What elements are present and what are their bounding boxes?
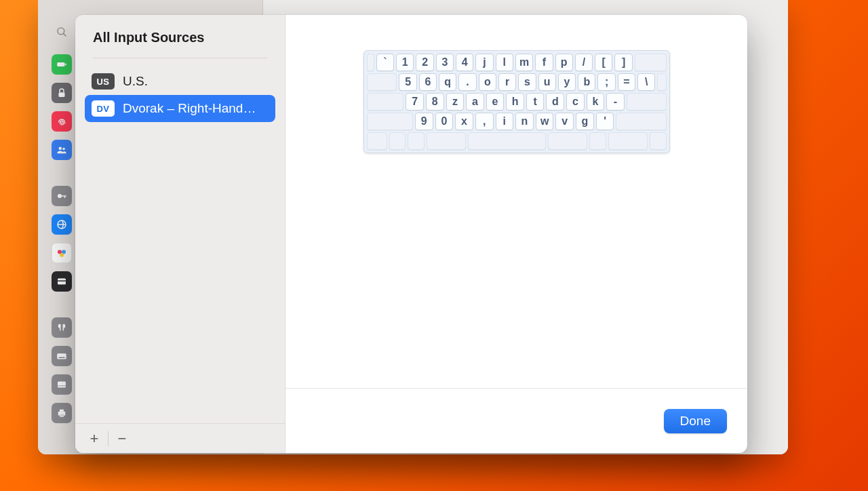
key: \ xyxy=(637,73,655,91)
key: r xyxy=(498,73,516,91)
key-blank xyxy=(657,73,666,91)
svg-point-5 xyxy=(59,147,62,151)
sidebar-battery-icon xyxy=(52,54,72,75)
key: t xyxy=(526,93,545,111)
key: q xyxy=(439,73,456,91)
sidebar-printers-icon xyxy=(52,403,72,423)
add-source-button[interactable]: + xyxy=(81,427,108,451)
sheet-main: `1234jlmfp/[]56q.orsuyb;=\78zaehtdck-90x… xyxy=(285,15,747,453)
key: 7 xyxy=(406,93,424,111)
key-blank xyxy=(468,132,546,150)
input-source-label: Dvorak – Right-Hand… xyxy=(123,101,256,116)
key: 4 xyxy=(456,54,473,71)
svg-rect-8 xyxy=(61,195,66,197)
sheet-footer: Done xyxy=(285,388,747,453)
key: 0 xyxy=(435,113,454,130)
keyboard-row xyxy=(367,132,667,150)
key: 9 xyxy=(415,113,433,130)
sidebar-footer: + − xyxy=(75,423,285,453)
sidebar-keyboard-icon xyxy=(52,346,72,366)
svg-point-6 xyxy=(62,148,65,151)
sidebar-lock-icon xyxy=(52,83,72,103)
key: = xyxy=(618,73,635,91)
key: / xyxy=(575,54,593,71)
svg-rect-4 xyxy=(59,92,65,97)
key: a xyxy=(466,93,484,111)
key-blank xyxy=(367,132,387,150)
key: - xyxy=(606,93,625,111)
key: b xyxy=(578,73,595,91)
svg-rect-15 xyxy=(58,281,66,282)
done-button[interactable]: Done xyxy=(664,409,727,433)
sidebar-passwords-icon xyxy=(52,186,72,206)
key: o xyxy=(479,73,496,91)
keyboard-row: 78zaehtdck- xyxy=(367,93,667,111)
key: 5 xyxy=(399,73,416,91)
sidebar-trackpad-icon xyxy=(52,374,72,395)
key-blank xyxy=(635,54,667,71)
key-blank xyxy=(627,93,667,111)
key: 2 xyxy=(416,54,433,71)
svg-point-13 xyxy=(60,253,64,257)
key-blank xyxy=(367,93,404,111)
keyboard-row: `1234jlmfp/[] xyxy=(367,54,667,71)
key: , xyxy=(475,113,494,130)
input-sources-sidebar: All Input Sources USU.S.DVDvorak – Right… xyxy=(75,15,285,453)
sidebar-users-icon xyxy=(52,140,72,160)
key: x xyxy=(455,113,473,130)
svg-rect-2 xyxy=(57,62,64,66)
key: h xyxy=(506,93,524,111)
input-sources-sheet: All Input Sources USU.S.DVDvorak – Right… xyxy=(75,15,747,453)
keyboard-preview: `1234jlmfp/[]56q.orsuyb;=\78zaehtdck-90x… xyxy=(363,50,670,153)
key: i xyxy=(496,113,514,130)
key: g xyxy=(576,113,594,130)
key: ' xyxy=(596,113,614,130)
key-blank xyxy=(367,113,413,130)
search-icon xyxy=(47,20,76,43)
input-source-item[interactable]: USU.S. xyxy=(85,68,275,95)
svg-rect-17 xyxy=(59,357,65,359)
svg-rect-16 xyxy=(57,353,66,359)
key: . xyxy=(458,73,476,91)
key-blank xyxy=(367,54,374,71)
input-sources-list: USU.S.DVDvorak – Right-Hand… xyxy=(75,68,285,122)
key: m xyxy=(515,54,533,71)
key: [ xyxy=(595,54,612,71)
key: d xyxy=(546,93,564,111)
keyboard-row: 90x,inwvg' xyxy=(367,113,667,130)
svg-rect-22 xyxy=(60,414,64,418)
svg-line-1 xyxy=(63,33,66,36)
key: ` xyxy=(376,54,394,71)
svg-rect-18 xyxy=(58,382,66,388)
key: v xyxy=(555,113,574,130)
input-source-label: U.S. xyxy=(123,74,148,89)
svg-rect-3 xyxy=(65,64,66,66)
key-blank xyxy=(650,132,667,150)
key: u xyxy=(538,73,556,91)
key-blank xyxy=(608,132,648,150)
key: 1 xyxy=(396,54,414,71)
key: f xyxy=(535,54,553,71)
svg-point-7 xyxy=(58,194,62,198)
sheet-title: All Input Sources xyxy=(75,15,285,45)
key: j xyxy=(475,54,493,71)
key: 3 xyxy=(436,54,454,71)
key: y xyxy=(558,73,576,91)
key: k xyxy=(587,93,605,111)
svg-rect-21 xyxy=(60,410,64,412)
keyboard-row: 56q.orsuyb;=\ xyxy=(367,73,667,91)
svg-rect-9 xyxy=(64,195,66,198)
key-blank xyxy=(408,132,425,150)
key-blank xyxy=(427,132,466,150)
key-blank xyxy=(589,132,606,150)
key: p xyxy=(555,54,573,71)
remove-source-button[interactable]: − xyxy=(108,427,136,451)
sidebar-airpods-icon xyxy=(52,317,72,338)
key: ; xyxy=(597,73,615,91)
key-blank xyxy=(616,113,666,130)
key: ] xyxy=(614,54,632,71)
sidebar-internet-accounts-icon xyxy=(52,214,72,235)
input-source-item[interactable]: DVDvorak – Right-Hand… xyxy=(85,95,275,122)
key-blank xyxy=(389,132,406,150)
sidebar-game-center-icon xyxy=(52,243,72,263)
